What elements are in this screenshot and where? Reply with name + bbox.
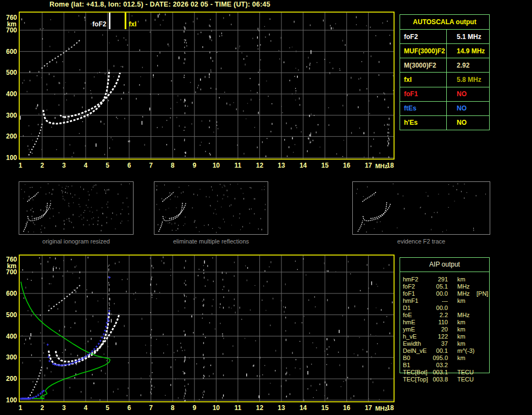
parameter-label: foF1: [400, 87, 447, 101]
aip-value: 003.1: [430, 369, 448, 376]
aip-unit: m^(-3): [457, 347, 476, 355]
aip-label: B1: [403, 362, 430, 369]
svg-text:16: 16: [343, 162, 351, 169]
svg-text:foF2: foF2: [92, 20, 107, 28]
svg-text:10: 10: [213, 404, 220, 412]
svg-text:km: km: [7, 262, 16, 270]
svg-text:9: 9: [192, 404, 196, 412]
svg-text:500: 500: [6, 311, 17, 319]
svg-text:12: 12: [256, 162, 264, 169]
aip-unit: km: [457, 333, 476, 340]
svg-text:10: 10: [213, 162, 220, 169]
svg-text:1: 1: [19, 162, 23, 169]
svg-text:fxI: fxI: [129, 20, 136, 28]
table-row: TEC[Top]003.8TECU: [403, 376, 496, 383]
table-row: foF1NO: [400, 87, 489, 102]
parameter-value: NO: [447, 116, 489, 130]
table-row: D100.0: [403, 305, 496, 312]
top-ionogram-plot: foF2fxI760700600500400300200100km1234567…: [0, 11, 396, 173]
thumbnail-caption: original ionogram resized: [19, 238, 134, 245]
aip-value: 00.0: [430, 305, 448, 312]
aip-unit: MHz: [457, 283, 476, 290]
parameter-label: MUF(3000)F2: [400, 44, 447, 58]
svg-text:12: 12: [256, 404, 264, 412]
aip-value: 03.2: [430, 362, 448, 369]
aip-value: 2.2: [430, 312, 448, 319]
table-row: Ewidth37km: [403, 340, 496, 347]
table-row: ftEsNO: [400, 102, 489, 116]
parameter-label: ftEs: [400, 102, 447, 115]
parameter-value: NO: [447, 87, 489, 101]
thumbnail-evidence-f2-trace: [352, 181, 490, 235]
parameter-value: 2.92: [447, 58, 489, 72]
svg-text:8: 8: [171, 162, 175, 169]
thumbnail-original-ionogram: [19, 181, 134, 235]
aip-unit: km: [457, 355, 476, 362]
table-row: MUF(3000)F214.9 MHz: [400, 44, 489, 58]
autoscala-window: Rome (lat: +41.8, lon: 012.5) - DATE: 20…: [0, 0, 532, 415]
aip-unit: TECU: [457, 369, 476, 376]
table-row: foF25.1 MHz: [400, 30, 489, 44]
svg-text:13: 13: [278, 404, 285, 412]
svg-text:7: 7: [149, 404, 153, 412]
aip-value: 00.0: [430, 290, 448, 297]
aip-unit: km: [457, 276, 476, 283]
aip-unit: [457, 305, 476, 312]
aip-value: 291: [430, 276, 448, 283]
table-row: B103.2: [403, 362, 496, 369]
aip-label: B0: [403, 355, 430, 362]
table-row: h_vE122km: [403, 333, 496, 340]
svg-text:100: 100: [6, 396, 17, 404]
aip-value: 122: [430, 333, 448, 340]
table-row: B0095.0km: [403, 355, 496, 362]
svg-text:100: 100: [6, 154, 17, 162]
aip-extra: [PN]: [476, 290, 488, 297]
svg-text:13: 13: [278, 162, 285, 169]
table-row: hmF2291km: [403, 276, 496, 283]
aip-unit: km: [457, 319, 476, 326]
aip-label: D1: [403, 305, 430, 312]
svg-text:MHz: MHz: [375, 405, 388, 412]
aip-unit: km: [457, 340, 476, 347]
aip-value: ---: [430, 297, 448, 305]
aip-unit: MHz: [457, 312, 476, 319]
aip-unit: km: [457, 297, 476, 305]
svg-text:3: 3: [62, 404, 66, 412]
svg-text:14: 14: [300, 404, 307, 412]
table-row: h'EsNO: [400, 116, 489, 130]
table-row: DelN_vE00.1m^(-3): [403, 347, 496, 355]
autoscala-table: AUTOSCALA output foF25.1 MHzMUF(3000)F21…: [400, 14, 490, 130]
aip-table-body: hmF2291kmfoF205.1MHzfoF100.0MHz[PN]hmF1-…: [403, 276, 496, 383]
table-row: foE2.2MHz: [403, 312, 496, 319]
svg-text:15: 15: [322, 162, 329, 169]
table-row: M(3000)F22.92: [400, 58, 489, 73]
parameter-value: 5.1 MHz: [447, 30, 489, 43]
aip-value: 110: [430, 319, 448, 326]
svg-text:16: 16: [343, 404, 351, 412]
aip-label: ymE: [403, 326, 430, 333]
aip-label: TEC[Bot]: [403, 369, 430, 376]
svg-text:200: 200: [6, 132, 17, 140]
aip-label: foF2: [403, 283, 430, 290]
parameter-label: fxI: [400, 73, 447, 86]
svg-text:km: km: [7, 20, 16, 28]
autoscala-table-header: AUTOSCALA output: [400, 15, 489, 30]
svg-text:600: 600: [6, 48, 17, 56]
svg-text:400: 400: [6, 333, 17, 340]
aip-value: 05.1: [430, 283, 448, 290]
parameter-value: NO: [447, 102, 489, 115]
aip-label: TEC[Top]: [403, 376, 430, 383]
aip-unit: km: [457, 326, 476, 333]
svg-text:6: 6: [128, 162, 131, 169]
parameter-label: h'Es: [400, 116, 447, 130]
svg-text:5: 5: [106, 162, 109, 169]
table-row: foF100.0MHz[PN]: [403, 290, 496, 297]
parameter-value: 14.9 MHz: [447, 44, 489, 58]
parameter-label: foF2: [400, 30, 447, 43]
svg-text:2: 2: [40, 162, 44, 169]
aip-label: hmF1: [403, 297, 430, 305]
svg-text:14: 14: [300, 162, 307, 169]
aip-label: foE: [403, 312, 430, 319]
page-title: Rome (lat: +41.8, lon: 012.5) - DATE: 20…: [49, 1, 270, 8]
aip-label: hmF2: [403, 276, 430, 283]
